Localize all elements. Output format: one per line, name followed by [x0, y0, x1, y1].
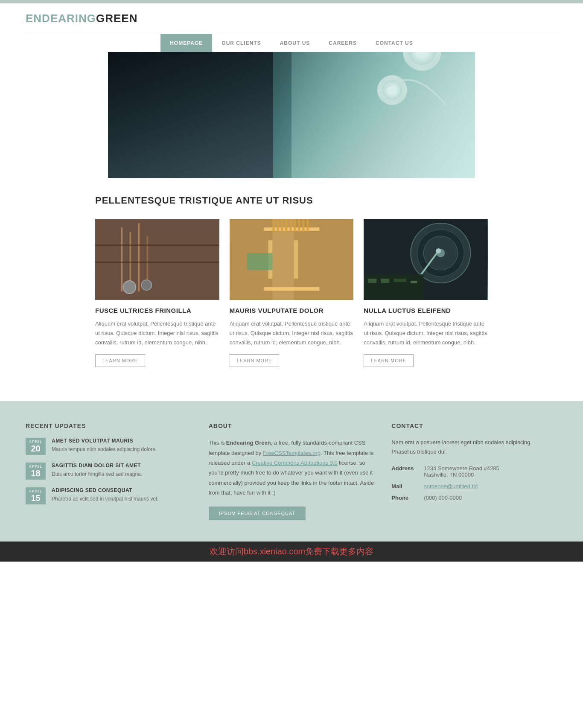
- card-image-3: [364, 219, 488, 300]
- svg-rect-36: [411, 281, 417, 283]
- about-text: This is Endearing Green, a free, fully s…: [209, 438, 375, 498]
- watermark: 欢迎访问bbs.xieniao.com免费下载更多内容: [0, 542, 583, 562]
- hero-image: [108, 52, 475, 178]
- contact-address-value: 1234 Somewhere Road #4285Nashville, TN 0…: [424, 465, 499, 478]
- svg-rect-23: [306, 219, 309, 232]
- update-title-3: ADIPISCING SED CONSEQUAT: [52, 487, 158, 493]
- svg-rect-22: [302, 219, 304, 232]
- nav-homepage[interactable]: HOMEPAGE: [160, 34, 212, 52]
- watermark-text: 欢迎访问bbs.xieniao.com免费下载更多内容: [210, 547, 374, 556]
- card-image-1: [95, 219, 219, 300]
- card-3: NULLA LUCTUS ELEIFEND Aliquam erat volut…: [364, 219, 488, 367]
- about-title: ABOUT: [209, 422, 375, 429]
- svg-rect-24: [247, 253, 272, 270]
- svg-point-6: [141, 280, 152, 290]
- svg-rect-0: [95, 219, 219, 300]
- top-bar: [0, 0, 583, 3]
- update-title-1: AMET SED VOLUTPAT MAURIS: [52, 438, 157, 444]
- contact-mail-value: someone@untitled.tld: [424, 483, 478, 489]
- date-box-1: APRIL 20: [26, 438, 46, 455]
- svg-rect-18: [285, 219, 287, 232]
- contact-title: CONTACT: [391, 422, 557, 429]
- contact-address-row: Address 1234 Somewhere Road #4285Nashvil…: [391, 465, 557, 478]
- nav-about-us[interactable]: ABOUT US: [271, 34, 320, 52]
- svg-rect-15: [272, 219, 274, 232]
- contact-mail-link[interactable]: someone@untitled.tld: [424, 483, 478, 489]
- update-item-1: APRIL 20 AMET SED VOLUTPAT MAURIS Mauris…: [26, 438, 192, 455]
- svg-rect-19: [289, 219, 292, 232]
- update-text-1: Mauris tempus nibh sodales adipiscing do…: [52, 446, 157, 453]
- nav-contact-us[interactable]: CONTACT US: [366, 34, 423, 52]
- about-button[interactable]: IPSUM FEUGIAT CONSEQUAT: [209, 507, 306, 520]
- earphone-wire-svg: [373, 58, 450, 109]
- cc-link[interactable]: Creative Commons Attributions 3.0: [252, 460, 338, 466]
- card-2-text: Aliquam erat volutpat. Pellentesque tris…: [230, 319, 354, 347]
- hero-device-dark: [108, 52, 273, 178]
- svg-rect-2: [129, 232, 131, 287]
- update-content-3: ADIPISCING SED CONSEQUAT Pharetra ac vel…: [52, 487, 158, 503]
- card-3-learn-more[interactable]: LEARN MORE: [364, 354, 414, 367]
- svg-rect-4: [146, 236, 148, 283]
- update-item-2: APRIL 18 SAGITTIS DIAM DOLOR SIT AMET Du…: [26, 463, 192, 480]
- card-1-learn-more[interactable]: LEARN MORE: [95, 354, 145, 367]
- footer-recent-updates: RECENT UPDATES APRIL 20 AMET SED VOLUTPA…: [26, 422, 192, 520]
- card-1: FUSCE ULTRICES FRINGILLA Aliquam erat vo…: [95, 219, 219, 367]
- svg-rect-12: [294, 240, 298, 279]
- contact-intro: Nam erat a posuere laoreet eget nibh sod…: [391, 438, 557, 457]
- nav-careers[interactable]: CAREERS: [319, 34, 366, 52]
- update-content-1: AMET SED VOLUTPAT MAURIS Mauris tempus n…: [52, 438, 157, 453]
- svg-rect-32: [364, 274, 424, 300]
- card-image-2: [230, 219, 354, 300]
- svg-rect-20: [294, 219, 296, 232]
- update-content-2: SAGITTIS DIAM DOLOR SIT AMET Duis arcu t…: [52, 463, 142, 478]
- card-2-title: MAURIS VULPUTATE DOLOR: [230, 307, 354, 314]
- update-text-2: Duis arcu tortor fringilla sed sed magna…: [52, 470, 142, 478]
- recent-updates-title: RECENT UPDATES: [26, 422, 192, 429]
- card-3-text: Aliquam erat volutpat. Pellentesque tris…: [364, 319, 488, 347]
- update-item-3: APRIL 15 ADIPISCING SED CONSEQUAT Pharet…: [26, 487, 192, 504]
- card-svg-2: [230, 219, 354, 300]
- update-title-2: SAGITTIS DIAM DOLOR SIT AMET: [52, 463, 142, 469]
- card-1-text: Aliquam erat volutpat. Pellentesque tris…: [95, 319, 219, 347]
- date-day-1: 20: [29, 444, 42, 453]
- svg-rect-14: [264, 287, 319, 291]
- svg-rect-1: [121, 227, 122, 291]
- contact-phone-label: Phone: [391, 495, 417, 501]
- header: ENDEARINGGREEN: [0, 3, 583, 29]
- card-svg-3: [364, 219, 488, 300]
- logo-dark: GREEN: [96, 12, 137, 25]
- logo: ENDEARINGGREEN: [26, 12, 557, 25]
- svg-rect-8: [95, 262, 219, 263]
- contact-phone-value: (000) 000-0000: [424, 495, 462, 501]
- nav-our-clients[interactable]: OUR CLIENTS: [212, 34, 270, 52]
- logo-light: ENDEARING: [26, 12, 96, 25]
- date-day-3: 15: [29, 493, 42, 503]
- svg-rect-7: [95, 245, 219, 246]
- card-2: MAURIS VULPUTATE DOLOR Aliquam erat volu…: [230, 219, 354, 367]
- svg-rect-35: [394, 279, 407, 282]
- svg-rect-3: [138, 223, 140, 291]
- date-month-1: APRIL: [29, 440, 42, 444]
- card-3-title: NULLA LUCTUS ELEIFEND: [364, 307, 488, 314]
- svg-rect-33: [368, 279, 377, 283]
- svg-rect-17: [281, 219, 283, 232]
- date-month-2: APRIL: [29, 464, 42, 469]
- section-title: PELLENTESQUE TRISTIQUE ANTE UT RISUS: [95, 195, 488, 206]
- card-2-learn-more[interactable]: LEARN MORE: [230, 354, 280, 367]
- card-1-title: FUSCE ULTRICES FRINGILLA: [95, 307, 219, 314]
- card-svg-1: [95, 219, 219, 300]
- date-month-3: APRIL: [29, 489, 42, 493]
- update-text-3: Pharetra ac velit sed in volutpat nisl m…: [52, 495, 158, 503]
- contact-mail-label: Mail: [391, 483, 417, 489]
- contact-phone-row: Phone (000) 000-0000: [391, 495, 557, 501]
- nav-wrapper: HOMEPAGE OUR CLIENTS ABOUT US CAREERS CO…: [26, 34, 557, 52]
- footer: RECENT UPDATES APRIL 20 AMET SED VOLUTPA…: [0, 401, 583, 541]
- contact-address-label: Address: [391, 465, 417, 478]
- footer-contact: CONTACT Nam erat a posuere laoreet eget …: [391, 422, 557, 520]
- main-content: PELLENTESQUE TRISTIQUE ANTE UT RISUS: [95, 178, 488, 401]
- svg-rect-34: [381, 279, 390, 283]
- svg-point-31: [436, 248, 441, 253]
- freecss-link[interactable]: FreeCSSTemplates.org: [263, 450, 321, 456]
- contact-mail-row: Mail someone@untitled.tld: [391, 483, 557, 489]
- date-box-2: APRIL 18: [26, 463, 46, 480]
